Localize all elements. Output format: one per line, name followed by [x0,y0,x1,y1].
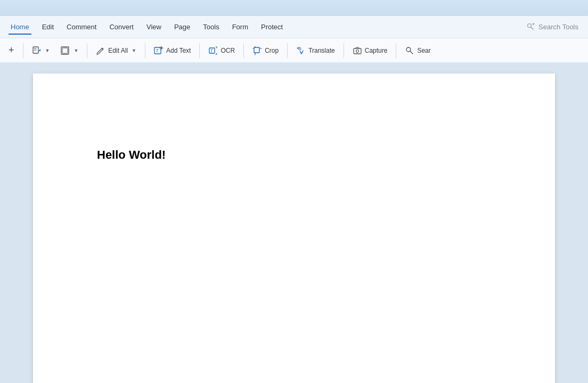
divider-6 [287,43,288,58]
menu-item-form[interactable]: Form [226,20,255,34]
menu-item-convert[interactable]: Convert [103,20,140,34]
divider-3 [145,43,145,58]
add-text-label: Add Text [166,47,191,54]
view-mode-icon [60,46,70,55]
top-bar [0,0,588,16]
annotation-button[interactable]: ▼ [28,43,54,58]
menu-item-tools[interactable]: Tools [197,20,225,34]
menu-item-protect[interactable]: Protect [255,20,289,34]
crop-icon [252,46,262,55]
divider-7 [344,43,344,58]
menu-item-home[interactable]: Home [4,20,36,34]
menu-bar: Home Edit Comment Convert View Page Tool… [0,16,588,38]
search-button[interactable]: Sear [401,43,435,58]
translate-button[interactable]: Translate [292,43,339,58]
toolbar: + ▼ ▼ [0,38,588,63]
translate-icon [296,46,306,55]
edit-all-button[interactable]: Edit All ▼ [92,43,141,58]
svg-rect-10 [354,48,361,54]
svg-rect-9 [254,47,259,53]
add-text-icon: T [154,46,164,55]
crop-button[interactable]: Crop [248,43,283,58]
capture-icon [353,46,362,55]
ocr-label: OCR [220,47,235,54]
divider-5 [243,43,244,58]
view-mode-arrow: ▼ [74,48,78,53]
capture-button[interactable]: Capture [348,43,392,58]
menu-item-comment[interactable]: Comment [60,20,103,34]
ocr-button[interactable]: T OCR [204,43,239,58]
translate-label: Translate [308,47,335,54]
svg-text:T: T [156,48,159,53]
divider-1 [23,43,23,58]
svg-point-0 [528,23,532,27]
document-content: Hello World! [97,148,523,162]
divider-4 [199,43,200,58]
menu-item-page[interactable]: Page [168,20,197,34]
svg-point-11 [356,50,358,52]
svg-point-12 [406,47,411,52]
document-area: Hello World! [0,63,588,383]
crop-label: Crop [265,47,279,54]
divider-2 [87,43,87,58]
edit-all-label: Edit All [108,47,128,54]
annotation-icon [32,46,42,55]
search-icon [405,46,414,55]
search-tools-label: Search Tools [538,23,578,31]
add-button[interactable]: + [4,42,19,59]
add-text-button[interactable]: T Add Text [150,43,195,58]
document-page: Hello World! [33,74,555,383]
search-tools-icon [527,23,535,31]
add-icon: + [9,45,14,56]
svg-text:T: T [210,48,213,53]
svg-line-1 [531,27,533,29]
search-label: Sear [417,47,430,54]
view-mode-button[interactable]: ▼ [56,43,83,58]
menu-item-edit[interactable]: Edit [36,20,60,34]
capture-label: Capture [365,47,388,54]
edit-all-icon [96,46,105,55]
ocr-icon: T [208,46,218,55]
divider-8 [396,43,396,58]
search-tools-button[interactable]: Search Tools [521,21,584,34]
svg-rect-4 [62,48,68,53]
edit-all-arrow: ▼ [132,48,136,53]
annotation-arrow: ▼ [45,48,50,53]
menu-item-view[interactable]: View [140,20,168,34]
